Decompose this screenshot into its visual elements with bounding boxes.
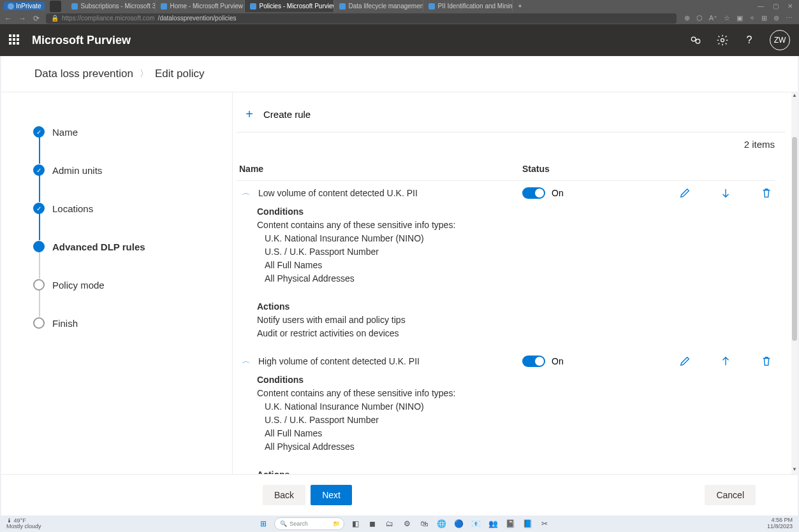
settings-taskbar-icon[interactable]: ⚙ bbox=[400, 517, 413, 530]
delete-icon[interactable] bbox=[761, 356, 772, 367]
header-actions: ? ZW bbox=[689, 30, 790, 50]
split-icon[interactable]: ▣ bbox=[737, 14, 743, 22]
wizard-step-finish[interactable]: Finish bbox=[33, 304, 232, 342]
move-down-icon[interactable] bbox=[720, 187, 731, 199]
tab-policies[interactable]: Policies - Microsoft Purview✕ bbox=[245, 0, 334, 12]
delete-icon[interactable] bbox=[761, 187, 772, 199]
condition-item: U.S. / U.K. Passport Number bbox=[257, 245, 775, 259]
wizard-step-locations[interactable]: Locations bbox=[33, 189, 232, 227]
back-icon[interactable]: ← bbox=[4, 14, 13, 23]
new-tab-button[interactable]: + bbox=[513, 0, 527, 12]
rule-name-cell[interactable]: ︿ High volume of content detected U.K. P… bbox=[237, 356, 522, 367]
edge-icon[interactable]: 🌐 bbox=[435, 517, 448, 530]
search-highlight-icon: 📁 bbox=[333, 521, 340, 527]
favicon-icon bbox=[429, 3, 435, 10]
condition-item: All Physical Addresses bbox=[257, 272, 775, 285]
wizard-nav: Name Admin units Locations Advanced DLP … bbox=[1, 92, 233, 474]
scrollbar-thumb[interactable] bbox=[792, 137, 797, 341]
tab-home[interactable]: Home - Microsoft Purview✕ bbox=[156, 0, 245, 12]
favicon-icon bbox=[71, 3, 78, 10]
readaloud-icon[interactable]: A⁺ bbox=[709, 14, 717, 22]
minimize-icon[interactable]: — bbox=[758, 3, 764, 10]
more-icon[interactable]: ⋯ bbox=[786, 14, 793, 22]
rule-title: High volume of content detected U.K. PII bbox=[258, 356, 420, 366]
outlook-icon[interactable] bbox=[689, 34, 702, 47]
widget1-icon[interactable]: ◼ bbox=[366, 517, 379, 530]
condition-item: U.K. National Insurance Number (NINO) bbox=[257, 232, 775, 245]
scroll-down-icon[interactable]: ▼ bbox=[791, 466, 798, 474]
column-status: Status bbox=[522, 164, 599, 174]
tab-pii[interactable]: PII Identification and Minimizati✕ bbox=[423, 0, 513, 12]
start-icon[interactable]: ⊞ bbox=[257, 517, 270, 530]
word-icon[interactable]: 📘 bbox=[521, 517, 534, 530]
edit-icon[interactable] bbox=[679, 356, 691, 367]
maximize-icon[interactable]: ▢ bbox=[773, 3, 779, 10]
create-rule-button[interactable]: + Create rule bbox=[237, 103, 785, 126]
wizard-step-name[interactable]: Name bbox=[33, 113, 232, 151]
browser-tab-strip: InPrivate Subscriptions - Microsoft 365 … bbox=[0, 0, 799, 12]
cancel-button[interactable]: Cancel bbox=[705, 485, 756, 505]
scrollbar[interactable]: ▲ ▼ bbox=[791, 92, 798, 474]
scroll-up-icon[interactable]: ▲ bbox=[791, 92, 798, 100]
edit-icon[interactable] bbox=[679, 187, 691, 199]
wizard-step-policy-mode[interactable]: Policy mode bbox=[33, 266, 232, 304]
purview-header: Microsoft Purview ? ZW bbox=[0, 24, 799, 56]
rule-name-cell[interactable]: ︿ Low volume of content detected U.K. PI… bbox=[237, 187, 522, 199]
profile-icon[interactable]: ⊚ bbox=[773, 14, 779, 22]
chevron-up-icon[interactable]: ︿ bbox=[242, 189, 251, 198]
breadcrumb: Data loss prevention 〉 Edit policy bbox=[1, 56, 798, 92]
url-host: https://compliance.microsoft.com bbox=[62, 15, 155, 22]
chevron-up-icon[interactable]: ︿ bbox=[242, 357, 251, 366]
svg-point-1 bbox=[696, 39, 700, 43]
condition-text: Content contains any of these sensitive … bbox=[257, 219, 775, 232]
outlook-taskbar-icon[interactable]: 📧 bbox=[469, 517, 482, 530]
avatar[interactable]: ZW bbox=[770, 30, 790, 50]
close-window-icon[interactable]: ✕ bbox=[788, 3, 793, 10]
status-toggle[interactable] bbox=[522, 187, 545, 199]
breadcrumb-root[interactable]: Data loss prevention bbox=[34, 68, 133, 80]
page: Data loss prevention 〉 Edit policy Name … bbox=[1, 56, 798, 515]
tab-datalifecycle[interactable]: Data lifecycle management - M✕ bbox=[334, 0, 423, 12]
next-button[interactable]: Next bbox=[311, 485, 352, 505]
teams-icon[interactable]: 👥 bbox=[487, 517, 499, 530]
snip-icon[interactable]: ✂ bbox=[538, 517, 551, 530]
forward-icon[interactable]: → bbox=[18, 14, 27, 23]
taskbar-center: ⊞ 🔍 Search 📁 ◧ ◼ 🗂 ⚙ 🛍 🌐 🔵 📧 👥 📓 📘 ✂ bbox=[41, 517, 767, 530]
help-icon[interactable]: ? bbox=[743, 34, 756, 47]
store-icon[interactable]: 🛍 bbox=[418, 517, 430, 530]
extensions-icon[interactable]: ⊞ bbox=[761, 14, 767, 22]
status-cell: On bbox=[522, 356, 599, 367]
explorer-icon[interactable]: 🗂 bbox=[383, 517, 396, 530]
system-tray[interactable]: 4:56 PM 11/8/2023 bbox=[767, 517, 799, 530]
wizard-step-label: Admin units bbox=[52, 165, 102, 176]
weather-widget[interactable]: 🌡 49°F Mostly cloudy bbox=[0, 518, 41, 529]
zoom-icon[interactable]: ⊕ bbox=[684, 14, 690, 22]
favorite-icon[interactable]: ☆ bbox=[724, 14, 730, 22]
tab-actions-icon[interactable] bbox=[50, 1, 61, 12]
svg-point-0 bbox=[691, 37, 696, 41]
url-input[interactable]: 🔒 https://compliance.microsoft.com/datal… bbox=[46, 13, 677, 24]
search-icon: 🔍 bbox=[280, 521, 287, 527]
taskbar-search[interactable]: 🔍 Search 📁 bbox=[274, 517, 344, 530]
tab-label: PII Identification and Minimizati bbox=[437, 3, 513, 10]
tab-subscriptions[interactable]: Subscriptions - Microsoft 365 ad✕ bbox=[66, 0, 156, 12]
wizard-step-advanced-dlp[interactable]: Advanced DLP rules bbox=[33, 227, 232, 266]
settings-icon[interactable] bbox=[716, 34, 729, 47]
onenote-icon[interactable]: 📓 bbox=[504, 517, 517, 530]
app-launcher-icon[interactable] bbox=[9, 34, 20, 46]
back-button[interactable]: Back bbox=[263, 485, 305, 505]
check-icon bbox=[33, 126, 45, 138]
taskview-icon[interactable]: ◧ bbox=[349, 517, 362, 530]
move-up-icon[interactable] bbox=[720, 356, 731, 367]
condition-item: All Physical Addresses bbox=[257, 440, 775, 454]
favicon-icon bbox=[339, 3, 346, 10]
shopping-icon[interactable]: ⬡ bbox=[696, 14, 703, 22]
refresh-icon[interactable]: ⟳ bbox=[32, 14, 41, 23]
tab-label: Subscriptions - Microsoft 365 ad bbox=[80, 3, 156, 10]
collections-icon[interactable]: ✧ bbox=[749, 14, 755, 22]
plus-icon: + bbox=[243, 108, 256, 120]
wizard-step-admin-units[interactable]: Admin units bbox=[33, 151, 232, 189]
items-count: 2 items bbox=[233, 133, 785, 159]
chrome-icon[interactable]: 🔵 bbox=[452, 517, 465, 530]
status-toggle[interactable] bbox=[522, 356, 545, 367]
